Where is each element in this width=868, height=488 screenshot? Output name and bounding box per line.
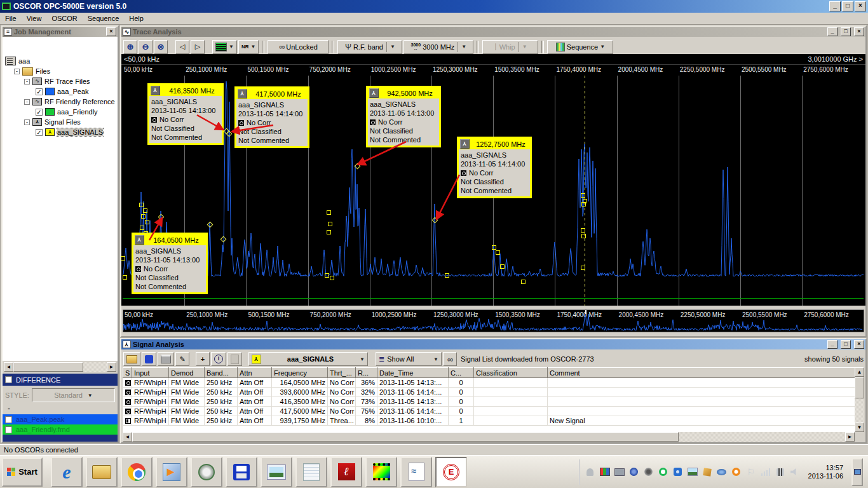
tree-item-signal-files[interactable]: - Y Signal Files (24, 117, 81, 127)
tray-gring-icon[interactable] (658, 467, 668, 477)
signal-marker-square[interactable] (445, 273, 449, 278)
info-button[interactable]: i (211, 352, 226, 366)
column-header-band[interactable]: Band... (205, 368, 238, 378)
quicklaunch-explorer-button[interactable] (86, 457, 118, 487)
menu-item-oscor[interactable]: OSCOR (46, 13, 82, 24)
menu-item-sequence[interactable]: Sequence (83, 13, 125, 24)
column-header-s[interactable]: S (123, 368, 132, 378)
print-button[interactable] (158, 352, 174, 366)
signal-callout[interactable]: Y417,5000 MHzaaa_SIGNALS2013-11-05 14:14… (234, 86, 309, 148)
collapse-icon[interactable]: - (24, 99, 30, 105)
tray-pkg-icon[interactable] (702, 467, 712, 477)
menu-item-help[interactable]: Help (124, 13, 149, 24)
tree-item-rf-friendly-reference[interactable]: - ∿ RF Friendly Reference (24, 97, 115, 107)
signal-marker-square[interactable] (492, 245, 496, 250)
tray-lens-icon[interactable] (717, 467, 727, 477)
tray-wheel-icon[interactable] (644, 467, 654, 477)
scroll-left-arrow[interactable]: ◄ (4, 362, 13, 372)
scroll-right-arrow[interactable]: ► (107, 362, 116, 372)
tray-badge-icon[interactable] (673, 467, 683, 477)
quicklaunch-notepad-button[interactable] (295, 457, 327, 487)
signal-marker-square[interactable] (327, 210, 331, 215)
tree-item-rf-trace-files[interactable]: - ∿ RF Trace Files (24, 76, 90, 86)
layer-checkbox[interactable] (5, 416, 12, 423)
quicklaunch-ie-button[interactable]: e (51, 457, 83, 487)
show-desktop-button[interactable] (851, 458, 863, 486)
trace-maximize-button[interactable]: □ (841, 27, 851, 36)
signal-marker-square[interactable] (581, 234, 586, 238)
quicklaunch-img-button[interactable] (261, 457, 292, 487)
trace-close-button[interactable]: × (854, 27, 864, 36)
quicklaunch-oo-button[interactable] (400, 457, 432, 487)
close-button[interactable]: × (855, 1, 866, 11)
tray-dispc-icon[interactable] (600, 467, 610, 477)
link-button[interactable]: ∞ (443, 352, 457, 366)
filter-dropdown[interactable]: ≣ Show All ▼ (376, 352, 442, 366)
column-header-comment[interactable]: Comment (548, 368, 855, 378)
table-header-row[interactable]: SInputDemodBand...AttnFrequencyThrt_...R… (123, 368, 855, 378)
job-close-button[interactable]: × (106, 27, 116, 36)
signal-minimize-button[interactable]: _ (827, 340, 837, 349)
signal-close-button[interactable]: × (854, 340, 864, 349)
tray-disc-icon[interactable] (629, 467, 639, 477)
trace-minimize-button[interactable]: _ (827, 27, 837, 36)
tray-spk-icon[interactable] (790, 467, 800, 477)
checkbox-checked[interactable]: ✓ (36, 129, 43, 136)
column-header-c[interactable]: C... (449, 368, 474, 378)
quicklaunch-oscor-button[interactable]: E (435, 457, 467, 487)
spectrum-plot[interactable]: Y416,3500 MHzaaa_SIGNALS2013-11-05 14:13… (123, 76, 864, 306)
signal-maximize-button[interactable]: □ (841, 340, 851, 349)
signal-marker-square[interactable] (521, 280, 526, 284)
column-header-attn[interactable]: Attn (238, 368, 272, 378)
signal-marker-square[interactable] (140, 226, 144, 230)
rf-band-dropdown[interactable]: Ψ R.F. band ▼ (337, 40, 402, 54)
open-button[interactable] (123, 352, 140, 366)
tree-item-aaa-peak[interactable]: ✓ aaa_Peak (36, 86, 89, 97)
quicklaunch-mce-button[interactable] (191, 457, 222, 487)
tree-item-root[interactable]: aaa (5, 56, 30, 66)
signal-callout[interactable]: Y164,0500 MHzaaa_SIGNALS2013-11-05 14:13… (132, 233, 208, 294)
signal-marker-square[interactable] (121, 256, 125, 261)
quicklaunch-acrobat-button[interactable]: ℓ (330, 457, 362, 487)
pan-left-button[interactable]: ◁ (175, 40, 189, 54)
signal-marker-square[interactable] (139, 203, 144, 207)
signal-marker-square[interactable] (123, 275, 127, 280)
column-header-thrt[interactable]: Thrt_... (328, 368, 356, 378)
quicklaunch-floppy-button[interactable] (226, 457, 257, 487)
signal-marker-square[interactable] (496, 250, 500, 255)
maximize-button[interactable]: □ (842, 1, 853, 11)
signal-marker-square[interactable] (581, 202, 586, 207)
signal-marker-square[interactable] (581, 266, 585, 270)
job-tree-hscrollbar[interactable]: ◄ ► (4, 362, 116, 372)
edit-list-button[interactable]: ✎ (175, 352, 189, 366)
display-mode-dropdown[interactable]: ▼ (212, 40, 237, 54)
scroll-up-arrow[interactable]: ▲ (855, 367, 864, 377)
zoom-reset-button[interactable]: ⊗ (154, 40, 168, 54)
table-row[interactable]: RF/WhipHFM Wide250 kHzAttn Off939,1750 M… (123, 416, 855, 426)
collapse-icon[interactable]: - (14, 69, 20, 74)
tray-bell-icon[interactable] (585, 467, 595, 477)
lock-toggle-button[interactable]: ∞ UnLocked (268, 40, 329, 54)
frequency-span-dropdown[interactable]: 3000↔ 3000 MHz ▼ (403, 40, 473, 54)
whip-dropdown[interactable]: ∣ Whip ▼ (482, 40, 538, 54)
quicklaunch-chrome-button[interactable] (121, 457, 153, 487)
quicklaunch-colormap-button[interactable] (365, 457, 397, 487)
scroll-right-arrow[interactable]: ► (845, 432, 855, 442)
tray-flag-icon[interactable]: ⚐ (746, 467, 756, 477)
table-hscrollbar[interactable]: ◄ ► (123, 432, 855, 442)
nr-dropdown[interactable]: NR▼ (238, 40, 259, 54)
signal-list-dropdown[interactable]: Y aaa_SIGNALS ▼ (248, 352, 368, 366)
table-row[interactable]: RF/WhipHFM Wide250 kHzAttn Off393,6000 M… (123, 388, 855, 397)
checkbox-checked[interactable]: ✓ (36, 88, 43, 95)
signal-marker-square[interactable] (141, 214, 146, 219)
signal-marker-square[interactable] (143, 208, 147, 213)
table-row[interactable]: RF/WhipHFM Wide250 kHzAttn Off164,0500 M… (123, 378, 855, 388)
table-vscrollbar[interactable]: ▲ ▼ (855, 367, 864, 432)
quicklaunch-wmp-button[interactable] (156, 457, 187, 487)
collapse-icon[interactable]: - (24, 79, 30, 85)
signal-marker-square[interactable] (145, 220, 149, 224)
minimize-button[interactable]: _ (829, 1, 841, 11)
tree-item-aaa-signals[interactable]: ✓ Y aaa_SIGNALS (36, 127, 103, 137)
signal-table[interactable]: SInputDemodBand...AttnFrequencyThrt_...R… (123, 367, 855, 426)
tree-item-files[interactable]: - Files (14, 66, 50, 76)
